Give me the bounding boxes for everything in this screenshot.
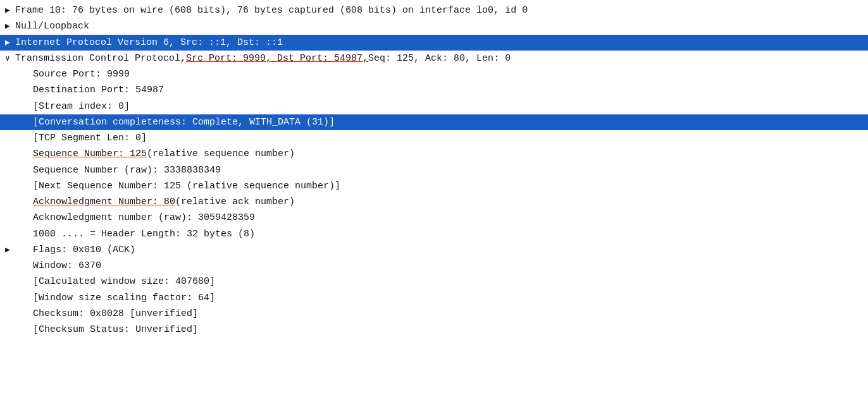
tree-row[interactable]: ▶Flags: 0x010 (ACK): [0, 242, 868, 258]
tree-row[interactable]: [Stream index: 0]: [0, 99, 868, 114]
row-text-segment: (relative ack number): [175, 195, 295, 209]
expand-icon[interactable]: ▶: [5, 244, 15, 257]
row-text-segment: 1000 .... = Header Length: 32 bytes (8): [33, 227, 255, 241]
tree-row[interactable]: Acknowledgment number (raw): 3059428359: [0, 210, 868, 226]
row-text-segment: [Next Sequence Number: 125 (relative seq…: [33, 179, 340, 193]
row-text-segment: [Calculated window size: 407680]: [33, 274, 215, 289]
row-text-segment: Sequence Number: 125: [33, 147, 147, 161]
tree-row[interactable]: Sequence Number (raw): 3338838349: [0, 162, 868, 178]
packet-tree: ▶Frame 10: 76 bytes on wire (608 bits), …: [0, 0, 868, 340]
expand-icon[interactable]: ▶: [5, 37, 15, 49]
tree-row[interactable]: [Next Sequence Number: 125 (relative seq…: [0, 178, 868, 194]
row-text-segment: [Checksum Status: Unverified]: [33, 322, 198, 337]
row-text-segment: [TCP Segment Len: 0]: [33, 131, 147, 145]
row-text-segment: [Stream index: 0]: [33, 99, 130, 114]
tree-row[interactable]: [Conversation completeness: Complete, WI…: [0, 114, 868, 130]
row-text-segment: Null/Loopback: [15, 19, 89, 33]
row-text-segment: Seq: 125, Ack: 80, Len: 0: [368, 51, 511, 66]
tree-row[interactable]: ▶Null/Loopback: [0, 18, 868, 34]
tree-row[interactable]: [Checksum Status: Unverified]: [0, 322, 868, 337]
tree-row[interactable]: Source Port: 9999: [0, 66, 868, 82]
row-text-segment: Acknowledgment number (raw): 3059428359: [33, 210, 255, 225]
row-text-segment: Internet Protocol Version 6, Src: ::1, D…: [15, 35, 283, 50]
tree-row[interactable]: Sequence Number: 125 (relative sequence …: [0, 146, 868, 162]
row-text-segment: Source Port: 9999: [33, 67, 130, 82]
tree-row[interactable]: Window: 6370: [0, 258, 868, 274]
tree-row[interactable]: 1000 .... = Header Length: 32 bytes (8): [0, 226, 868, 242]
row-text-segment: Src Port: 9999, Dst Port: 54987,: [186, 51, 368, 66]
collapse-icon[interactable]: ∨: [5, 52, 15, 65]
tree-row[interactable]: Acknowledgment Number: 80 (relative ack …: [0, 194, 868, 210]
expand-icon[interactable]: ▶: [5, 4, 15, 17]
tree-row[interactable]: [Window size scaling factor: 64]: [0, 290, 868, 306]
row-text-segment: Acknowledgment Number: 80: [33, 195, 175, 209]
row-text-segment: Destination Port: 54987: [33, 83, 164, 97]
tree-row[interactable]: ∨Transmission Control Protocol, Src Port…: [0, 51, 868, 66]
tree-row[interactable]: Checksum: 0x0028 [unverified]: [0, 306, 868, 322]
row-text-segment: Flags: 0x010 (ACK): [33, 243, 135, 257]
tree-row[interactable]: [TCP Segment Len: 0]: [0, 130, 868, 146]
row-text-segment: Checksum: 0x0028 [unverified]: [33, 307, 198, 321]
row-text-segment: [Window size scaling factor: 64]: [33, 291, 215, 305]
tree-row[interactable]: Destination Port: 54987: [0, 82, 868, 98]
expand-icon[interactable]: ▶: [5, 20, 15, 33]
row-text-segment: [Conversation completeness: Complete, WI…: [33, 115, 335, 130]
row-text-segment: Sequence Number (raw): 3338838349: [33, 163, 221, 178]
row-text-segment: Frame 10: 76 bytes on wire (608 bits), 7…: [15, 3, 528, 18]
row-text-segment: (relative sequence number): [147, 147, 295, 161]
row-text-segment: Transmission Control Protocol,: [15, 51, 186, 66]
tree-row[interactable]: ▶Frame 10: 76 bytes on wire (608 bits), …: [0, 3, 868, 18]
tree-row[interactable]: ▶Internet Protocol Version 6, Src: ::1, …: [0, 35, 868, 51]
row-text-segment: Window: 6370: [33, 258, 101, 273]
tree-row[interactable]: [Calculated window size: 407680]: [0, 274, 868, 289]
